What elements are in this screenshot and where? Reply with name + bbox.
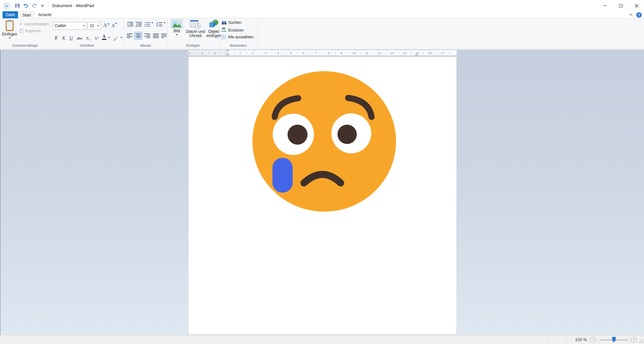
paste-button[interactable]: Einfügen [2,19,17,39]
font-color-swatch [102,39,106,40]
superscript-label: X² [94,36,99,41]
replace-label: Ersetzen [228,28,243,33]
ruler-half-tick [386,52,386,54]
maximize-button[interactable] [613,0,628,11]
ruler-number: 9 [341,51,342,55]
ruler-half-tick [322,52,323,54]
object-icon [209,19,219,29]
italic-button[interactable]: K [61,33,67,41]
ruler-number: 10 [352,51,356,55]
increase-indent-button[interactable] [135,21,142,27]
line-spacing-dropdown[interactable] [163,22,166,24]
resize-grip[interactable] [639,339,643,343]
group-separator [258,20,258,47]
picture-button[interactable]: Bild [170,19,184,35]
font-color-button[interactable]: A [101,33,107,41]
clipboard-icon [5,19,14,32]
ruler-quarter-dot [414,53,414,53]
ruler-quarter-dot [262,53,263,53]
grow-font-button[interactable]: A [102,21,110,29]
list-button[interactable] [144,21,151,27]
customize-quick-access-button[interactable] [39,0,46,11]
ruler-quarter-dot [294,53,294,53]
subscript-button[interactable]: X₂ [84,33,92,41]
right-indent-marker[interactable] [415,53,418,55]
ruler-half-tick [373,52,373,54]
ruler-quarter-dot [281,53,282,53]
save-icon [15,3,20,8]
indent-marker[interactable] [226,50,229,56]
save-button[interactable] [14,0,21,11]
line-spacing-button[interactable] [155,21,163,27]
calendar-clock-icon [190,19,201,29]
find-button[interactable]: Suchen [222,20,242,25]
list-dropdown[interactable] [151,22,154,24]
caret-up-icon [107,23,109,25]
copy-icon [19,29,24,33]
zoom-in-button[interactable]: + [631,337,637,342]
bold-button[interactable]: F [53,33,60,41]
close-button[interactable] [629,0,644,11]
decrease-indent-button[interactable] [126,21,134,27]
qat-separator [48,3,49,9]
font-size-combobox[interactable]: 11 [88,22,101,30]
collapse-ribbon-button[interactable] [628,12,634,17]
ruler-half-tick [411,52,411,54]
ruler-quarter-dot [224,53,225,53]
ruler-number: 3 [265,51,266,55]
select-all-button[interactable]: Alle auswählen [222,35,254,39]
highlight-button[interactable] [112,33,119,41]
ruler-quarter-dot [332,53,332,53]
ribbon: Einfügen ✂ Ausschneiden Kopieren Zwische… [0,18,644,49]
select-all-icon [222,35,226,39]
ruler-quarter-dot [338,53,338,53]
help-button[interactable]: ? [636,12,642,18]
document-page[interactable] [188,57,457,334]
justify-button[interactable] [152,32,160,40]
plus-icon: + [633,337,635,342]
copy-button[interactable]: Kopieren [19,29,41,33]
ruler-half-tick [436,52,437,54]
align-right-button[interactable] [143,32,151,40]
highlight-dropdown[interactable] [119,33,123,41]
scissors-icon: ✂ [19,22,23,26]
font-family-dropdown-arrow[interactable] [81,25,86,26]
shrink-font-button[interactable]: A [111,21,118,29]
underline-button[interactable]: U [68,33,74,41]
font-family-combobox[interactable]: Calibri [52,22,87,30]
tab-datei[interactable]: Datei [3,11,18,18]
replace-button[interactable]: ab ↳ ac Ersetzen [221,27,243,33]
ruler-half-tick [247,52,247,54]
font-family-value: Calibri [53,24,81,28]
datetime-button[interactable]: Datum und Uhrzeit [185,19,206,38]
ruler-quarter-dot [351,53,351,53]
redo-button[interactable] [30,0,38,11]
minimize-button[interactable] [597,0,612,11]
copy-label: Kopieren [25,29,41,33]
strikethrough-button[interactable]: abe [75,33,84,41]
font-color-dropdown[interactable] [107,33,111,41]
tab-start[interactable]: Start [19,11,34,19]
tab-ansicht[interactable]: Ansicht [35,11,54,18]
ruler-number: 11 [365,51,368,55]
crying-face-emoji[interactable] [252,71,396,212]
picture-label: Bild [174,29,180,33]
zoom-slider-thumb[interactable] [612,337,616,342]
align-left-button[interactable] [126,32,134,40]
ruler-quarter-dot [231,53,231,53]
wordpad-app-icon[interactable]: A [3,0,10,11]
ruler-quarter-dot [439,53,440,53]
cut-button[interactable]: ✂ Ausschneiden [19,22,49,26]
align-center-button[interactable] [134,32,142,40]
ruler-number: 2 [202,51,203,55]
undo-button[interactable] [22,0,30,11]
ruler-half-tick [234,52,234,54]
maximize-icon [619,4,622,7]
superscript-button[interactable]: X² [93,33,100,41]
paste-label: Einfügen [2,32,17,36]
zoom-out-button[interactable]: − [590,337,596,342]
ruler-quarter-dot [326,53,326,53]
ruler-half-tick [297,52,298,54]
font-size-value: 11 [88,24,96,28]
font-size-dropdown-arrow[interactable] [96,25,101,26]
